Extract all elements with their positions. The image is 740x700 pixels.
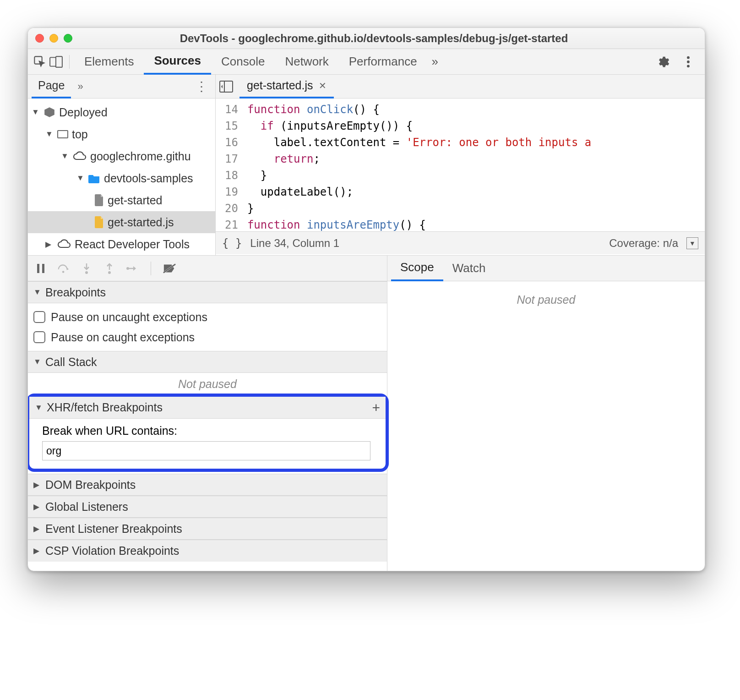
checkbox-icon[interactable] bbox=[33, 311, 45, 323]
window-controls bbox=[35, 34, 72, 43]
xhr-label: Break when URL contains: bbox=[42, 424, 377, 438]
tree-label: React Developer Tools bbox=[75, 238, 190, 251]
inspect-element-icon[interactable] bbox=[32, 54, 48, 70]
tree-folder[interactable]: devtools-samples bbox=[28, 167, 215, 189]
pretty-print-icon[interactable]: { } bbox=[222, 237, 242, 250]
tab-watch[interactable]: Watch bbox=[443, 256, 495, 281]
svg-point-12 bbox=[126, 267, 129, 270]
close-window-button[interactable] bbox=[35, 34, 44, 43]
more-menu-icon[interactable] bbox=[680, 54, 696, 70]
tree-deployed[interactable]: Deployed bbox=[28, 101, 215, 123]
svg-rect-8 bbox=[42, 264, 44, 273]
debugger-row: Breakpoints Pause on uncaught exceptions… bbox=[28, 255, 705, 571]
scope-pane: Scope Watch Not paused bbox=[387, 256, 705, 571]
toggle-navigator-icon[interactable] bbox=[218, 79, 234, 94]
tab-performance[interactable]: Performance bbox=[339, 49, 427, 75]
section-dom[interactable]: DOM Breakpoints bbox=[28, 474, 387, 496]
xhr-highlighted-region: XHR/fetch Breakpoints + Break when URL c… bbox=[27, 394, 389, 472]
tab-console[interactable]: Console bbox=[211, 49, 275, 75]
checkbox-icon[interactable] bbox=[33, 331, 45, 343]
tree-origin[interactable]: googlechrome.githu bbox=[28, 145, 215, 167]
svg-point-9 bbox=[62, 271, 65, 273]
section-xhr[interactable]: XHR/fetch Breakpoints + bbox=[29, 397, 386, 419]
device-toolbar-icon[interactable] bbox=[48, 54, 65, 70]
cloud-icon bbox=[73, 151, 87, 161]
section-csp[interactable]: CSP Violation Breakpoints bbox=[28, 540, 387, 562]
svg-point-10 bbox=[85, 271, 88, 274]
section-callstack[interactable]: Call Stack bbox=[28, 351, 387, 373]
xhr-url-input[interactable] bbox=[42, 441, 370, 460]
xhr-body: Break when URL contains: bbox=[29, 419, 386, 469]
tree-label: googlechrome.githu bbox=[90, 150, 191, 163]
folder-icon bbox=[88, 173, 100, 183]
tree-label: get-started.js bbox=[108, 216, 174, 229]
close-tab-icon[interactable]: ✕ bbox=[319, 80, 326, 91]
debugger-left-pane: Breakpoints Pause on uncaught exceptions… bbox=[28, 256, 387, 571]
section-global[interactable]: Global Listeners bbox=[28, 496, 387, 518]
editor-tab-label: get-started.js bbox=[247, 79, 313, 92]
svg-point-11 bbox=[108, 271, 111, 274]
file-icon bbox=[95, 194, 104, 206]
navigator-tabs-overflow[interactable]: » bbox=[77, 81, 83, 93]
editor-statusbar: { } Line 34, Column 1 Coverage: n/a ▼ bbox=[216, 231, 705, 254]
tree-extension[interactable]: React Developer Tools bbox=[28, 233, 215, 255]
svg-point-4 bbox=[687, 60, 690, 63]
tree-top[interactable]: top bbox=[28, 123, 215, 145]
line-gutter: 141516171819202122 bbox=[216, 98, 244, 231]
pause-caught-row[interactable]: Pause on caught exceptions bbox=[33, 327, 381, 347]
navigator-more-icon[interactable]: ⋮ bbox=[191, 79, 212, 94]
breakpoints-body: Pause on uncaught exceptions Pause on ca… bbox=[28, 303, 387, 351]
tab-scope[interactable]: Scope bbox=[391, 256, 443, 281]
section-breakpoints[interactable]: Breakpoints bbox=[28, 281, 387, 303]
tab-network[interactable]: Network bbox=[275, 49, 338, 75]
section-evt[interactable]: Event Listener Breakpoints bbox=[28, 518, 387, 540]
frame-icon bbox=[57, 130, 68, 138]
pause-uncaught-row[interactable]: Pause on uncaught exceptions bbox=[33, 307, 381, 327]
main-toolbar: Elements Sources Console Network Perform… bbox=[28, 49, 705, 75]
sources-content: Page » ⋮ Deployed top googlec bbox=[28, 75, 705, 255]
tree-label: Deployed bbox=[59, 106, 108, 119]
window-title: DevTools - googlechrome.github.io/devtoo… bbox=[78, 32, 697, 45]
scope-notpaused: Not paused bbox=[387, 281, 705, 311]
code-content: function onClick() { if (inputsAreEmpty(… bbox=[244, 98, 591, 231]
callstack-notpaused: Not paused bbox=[28, 373, 387, 395]
step-out-icon[interactable] bbox=[103, 262, 116, 275]
js-file-icon bbox=[95, 216, 104, 228]
svg-point-3 bbox=[687, 56, 690, 59]
svg-rect-7 bbox=[37, 264, 39, 273]
step-into-icon[interactable] bbox=[80, 262, 93, 275]
divider bbox=[69, 55, 70, 69]
step-over-icon[interactable] bbox=[57, 262, 70, 275]
svg-rect-2 bbox=[56, 56, 62, 67]
navigator-tab-page[interactable]: Page bbox=[32, 75, 71, 98]
code-editor[interactable]: 141516171819202122 function onClick() { … bbox=[216, 98, 705, 231]
settings-icon[interactable] bbox=[654, 54, 671, 70]
add-xhr-breakpoint-icon[interactable]: + bbox=[372, 400, 380, 416]
cube-icon bbox=[44, 106, 55, 118]
navigator-pane: Page » ⋮ Deployed top googlec bbox=[28, 75, 216, 255]
coverage-status: Coverage: n/a bbox=[609, 237, 678, 250]
tree-label: top bbox=[72, 128, 88, 141]
tree-label: devtools-samples bbox=[104, 172, 193, 185]
maximize-window-button[interactable] bbox=[64, 34, 72, 43]
tree-file-html[interactable]: get-started bbox=[28, 189, 215, 211]
editor-tab-getstarted[interactable]: get-started.js ✕ bbox=[239, 75, 334, 98]
cursor-position: Line 34, Column 1 bbox=[250, 237, 339, 250]
svg-point-5 bbox=[687, 65, 690, 67]
step-icon[interactable] bbox=[126, 262, 139, 275]
debugger-toolbar bbox=[28, 256, 387, 281]
tabs-overflow[interactable]: » bbox=[427, 49, 443, 75]
scope-tabs: Scope Watch bbox=[387, 256, 705, 281]
cloud-icon bbox=[57, 239, 71, 249]
pause-icon[interactable] bbox=[34, 262, 47, 275]
minimize-window-button[interactable] bbox=[49, 34, 58, 43]
editor-tabs: get-started.js ✕ bbox=[216, 75, 705, 98]
tab-sources[interactable]: Sources bbox=[144, 49, 211, 75]
tab-elements[interactable]: Elements bbox=[74, 49, 144, 75]
deactivate-breakpoints-icon[interactable] bbox=[163, 262, 176, 275]
tree-label: get-started bbox=[108, 194, 163, 207]
devtools-window: DevTools - googlechrome.github.io/devtoo… bbox=[27, 27, 705, 571]
navigator-tabs: Page » ⋮ bbox=[28, 75, 215, 98]
coverage-dropdown-icon[interactable]: ▼ bbox=[686, 237, 698, 249]
tree-file-js[interactable]: get-started.js bbox=[28, 211, 215, 233]
